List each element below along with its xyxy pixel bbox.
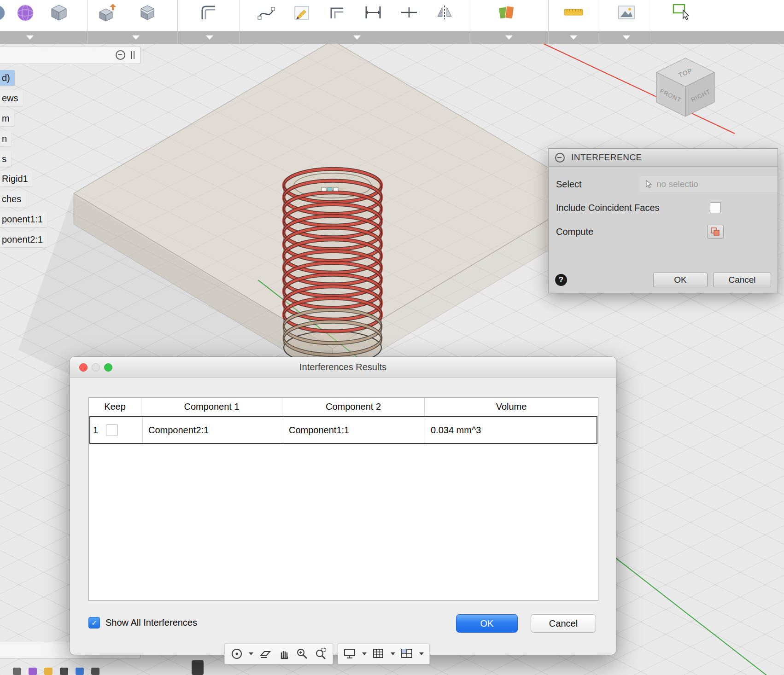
show-all-checkbox[interactable]: ✓ [88,617,100,628]
browser-item-component1[interactable]: ponent1:1 [0,211,47,227]
interference-dialog-title: INTERFERENCE [571,152,642,163]
results-window-title: Interferences Results [299,362,386,372]
grid-settings-icon[interactable] [372,648,385,660]
keep-checkbox[interactable] [106,424,118,436]
fillet-icon[interactable] [198,2,219,23]
toolbar-dropdown-3[interactable] [206,35,213,40]
toolbar-dropdown-6[interactable] [570,35,577,40]
browser-item-4[interactable]: s [0,151,11,167]
interferences-results-window: Interferences Results Keep Component 1 C… [70,357,616,655]
browser-panel-header [0,46,140,64]
include-coincident-checkbox[interactable] [710,202,721,213]
include-coincident-label: Include Coincident Faces [556,203,660,213]
panel-handle-icon[interactable] [131,51,135,59]
compute-button[interactable] [707,225,724,239]
dock-bit-5[interactable] [76,668,84,675]
header-keep: Keep [89,398,141,416]
toolbar-dropdown-1[interactable] [26,35,34,40]
results-titlebar[interactable]: Interferences Results [70,357,616,378]
browser-item-component2[interactable]: ponent2:1 [0,232,47,247]
look-at-icon[interactable] [259,647,272,660]
view-navigation-bar [224,643,430,664]
canvas-icon[interactable] [616,2,637,23]
browser-item-named-views[interactable]: ews [0,90,23,106]
results-table-header: Keep Component 1 Component 2 Volume [89,398,598,416]
collapse-panel-icon[interactable] [116,50,125,60]
minimize-window-button[interactable] [92,363,100,372]
interference-dialog: INTERFERENCE Select no selectio Include … [548,148,778,293]
toolbar-dropdown-5[interactable] [505,35,513,40]
select-label: Select [556,179,582,190]
pan-hand-icon[interactable] [277,647,290,660]
show-all-label: Show All Interferences [105,617,197,628]
view-cube[interactable]: TOP FRONT RIGHT [656,58,714,116]
results-table-row[interactable]: 1 Component2:1 Component1:1 0.034 mm^3 [89,416,597,444]
dock-bit-6[interactable] [91,668,99,675]
dock-bit-3[interactable] [44,668,53,675]
align-icon[interactable] [398,2,420,23]
viewports-icon[interactable] [401,648,414,660]
appearance-icon[interactable] [496,2,517,23]
header-component2: Component 2 [282,398,424,416]
dock-bit-1[interactable] [13,668,21,675]
help-icon[interactable]: ? [555,274,567,286]
toolbar-dropdown-2[interactable] [132,35,140,40]
toolbar-dropdown-strip [0,31,784,44]
toolbar-dropdown-7[interactable] [623,35,630,40]
close-window-button[interactable] [79,363,88,372]
zoom-window-icon[interactable] [314,647,327,660]
spline-icon[interactable] [256,2,277,23]
nav-group-display [338,643,430,664]
display-settings-icon[interactable] [344,648,357,660]
no-selection-text: no selectio [656,179,698,189]
browser-item-2[interactable]: m [0,111,14,126]
dialog-collapse-icon[interactable] [555,153,565,163]
clipped-edge-icon[interactable] [0,2,13,23]
fusion-app: { "colors": { "selection_blue": "#a9c9ef… [0,0,784,675]
zoom-icon[interactable] [296,647,309,660]
results-ok-button[interactable]: OK [456,614,518,633]
primitive-box-icon[interactable] [48,2,70,23]
selection-marker[interactable] [322,187,338,191]
compute-label: Compute [556,227,593,237]
sketch-icon[interactable] [291,2,312,23]
browser-item-rigid1[interactable]: Rigid1 [0,171,33,186]
select-icon[interactable] [671,2,692,23]
interference-ok-button[interactable]: OK [653,273,708,287]
browser-item-root[interactable]: d) [0,70,15,86]
orbit-icon[interactable] [230,647,243,660]
nav-group-orbit [224,643,333,664]
press-pull-icon[interactable] [96,2,117,23]
row-component1: Component2:1 [142,417,283,443]
results-cancel-button[interactable]: Cancel [531,614,596,633]
header-component1: Component 1 [141,398,282,416]
results-table: Keep Component 1 Component 2 Volume 1 Co… [88,397,598,601]
render-sphere-icon[interactable] [15,2,36,23]
dock-dark-blob [192,660,204,675]
ruler-icon[interactable] [563,2,584,23]
selection-field[interactable]: no selectio [640,176,778,192]
mirror-icon[interactable] [434,2,455,23]
viewports-dropdown-icon[interactable] [419,652,424,655]
display-dropdown-icon[interactable] [362,652,367,655]
browser-item-3[interactable]: n [0,131,12,146]
dock-bit-2[interactable] [29,668,37,675]
header-volume: Volume [424,398,598,416]
grid-dropdown-icon[interactable] [391,652,395,655]
compute-icon [710,227,720,236]
orbit-dropdown-icon[interactable] [249,652,253,655]
measure-icon[interactable] [363,2,384,23]
browser-item-sketches[interactable]: ches [0,191,26,207]
interference-cancel-button[interactable]: Cancel [713,273,771,287]
zoom-window-button[interactable] [104,363,112,372]
dock-bit-4[interactable] [60,668,68,675]
toolbar-dropdown-4[interactable] [353,35,361,40]
row-number: 1 [90,425,102,436]
offset-icon[interactable] [327,2,348,23]
cursor-icon [644,180,653,189]
interference-dialog-titlebar[interactable]: INTERFERENCE [549,149,778,167]
chamfer-icon[interactable] [137,2,158,23]
row-component2: Component1:1 [283,417,425,443]
row-volume: 0.034 mm^3 [425,417,597,443]
main-toolbar [0,0,784,44]
